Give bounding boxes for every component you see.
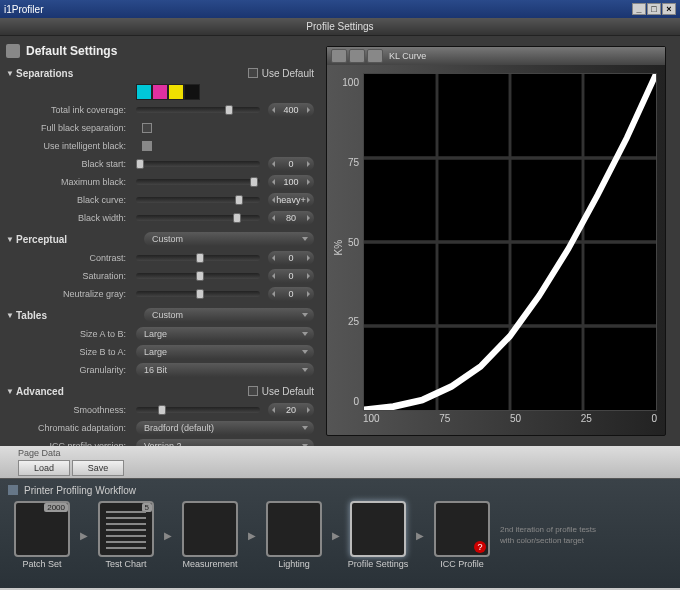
maximum-black-slider[interactable] — [136, 179, 260, 185]
settings-panel: Default Settings ▼ Separations Use Defau… — [0, 36, 320, 446]
workflow-step-lighting[interactable]: Lighting — [260, 501, 328, 569]
x-tick: 50 — [510, 413, 521, 427]
black-start-value[interactable]: 0 — [268, 157, 314, 171]
neutralize-gray-slider[interactable] — [136, 291, 260, 297]
section-separations: ▼ Separations Use Default Total ink cove… — [6, 64, 314, 226]
contrast-slider[interactable] — [136, 255, 260, 261]
chart-mode-1-icon[interactable] — [331, 49, 347, 63]
icc-profile-version-dropdown[interactable]: Version 2 — [136, 439, 314, 447]
section-perceptual: ▼ Perceptual Custom Contrast:0 Saturatio… — [6, 230, 314, 302]
magenta-swatch — [152, 84, 168, 100]
app-title: i1Profiler — [4, 4, 43, 15]
panel-header: Profile Settings — [0, 18, 680, 36]
arrow-right-icon: ▶ — [164, 530, 172, 541]
section-advanced: ▼ Advanced Use Default Smoothness:20 Chr… — [6, 382, 314, 446]
workflow-title: Printer Profiling Workflow — [24, 485, 136, 496]
window-buttons: _ □ × — [632, 3, 676, 15]
chart-tab-label: KL Curve — [389, 51, 426, 61]
workflow-annotation: 2nd iteration of profile tests with colo… — [500, 524, 610, 546]
granularity-dropdown[interactable]: 16 Bit — [136, 363, 314, 377]
x-tick: 75 — [439, 413, 450, 427]
use-default-separations-checkbox[interactable] — [248, 68, 258, 78]
settings-icon — [6, 44, 20, 58]
saturation-value[interactable]: 0 — [268, 269, 314, 283]
page-title: Default Settings — [26, 44, 117, 58]
workflow-step-icc-profile[interactable]: ICC Profile — [428, 501, 496, 569]
maximize-button[interactable]: □ — [647, 3, 661, 15]
y-tick: 100 — [342, 77, 359, 88]
minimize-button[interactable]: _ — [632, 3, 646, 15]
y-tick: 25 — [348, 316, 359, 327]
saturation-slider[interactable] — [136, 273, 260, 279]
y-axis-label: K% — [333, 240, 344, 256]
smoothness-value[interactable]: 20 — [268, 403, 314, 417]
arrow-right-icon: ▶ — [80, 530, 88, 541]
black-width-value[interactable]: 80 — [268, 211, 314, 225]
contrast-value[interactable]: 0 — [268, 251, 314, 265]
total-ink-coverage-slider[interactable] — [136, 107, 260, 113]
y-tick: 0 — [353, 396, 359, 407]
y-tick: 75 — [348, 157, 359, 168]
arrow-right-icon: ▶ — [416, 530, 424, 541]
section-tables: ▼ Tables Custom Size A to B:Large Size B… — [6, 306, 314, 378]
chart-mode-3-icon[interactable] — [367, 49, 383, 63]
y-axis: 100 75 50 25 0 K% — [335, 73, 363, 427]
smoothness-slider[interactable] — [136, 407, 260, 413]
section-header-perceptual[interactable]: ▼ Perceptual Custom — [6, 230, 314, 248]
cyan-swatch — [136, 84, 152, 100]
chevron-down-icon: ▼ — [6, 387, 16, 396]
workflow-step-profile-settings[interactable]: Profile Settings — [344, 501, 412, 569]
load-button[interactable]: Load — [18, 460, 70, 476]
maximum-black-value[interactable]: 100 — [268, 175, 314, 189]
yellow-swatch — [168, 84, 184, 100]
size-b-to-a-dropdown[interactable]: Large — [136, 345, 314, 359]
use-default-advanced-checkbox[interactable] — [248, 386, 258, 396]
workflow-step-measurement[interactable]: Measurement — [176, 501, 244, 569]
use-intelligent-black-checkbox[interactable] — [142, 141, 152, 151]
section-header-separations[interactable]: ▼ Separations Use Default — [6, 64, 314, 82]
workflow-panel: Printer Profiling Workflow 2000Patch Set… — [0, 478, 680, 588]
size-a-to-b-dropdown[interactable]: Large — [136, 327, 314, 341]
chevron-down-icon: ▼ — [6, 69, 16, 78]
y-tick: 50 — [348, 237, 359, 248]
close-button[interactable]: × — [662, 3, 676, 15]
full-black-separation-checkbox[interactable] — [142, 123, 152, 133]
workflow-step-test-chart[interactable]: 5Test Chart — [92, 501, 160, 569]
neutralize-gray-value[interactable]: 0 — [268, 287, 314, 301]
black-start-slider[interactable] — [136, 161, 260, 167]
chart-tab-bar: KL Curve — [327, 47, 665, 65]
total-ink-coverage-value[interactable]: 400 — [268, 103, 314, 117]
save-button[interactable]: Save — [72, 460, 124, 476]
x-tick: 25 — [581, 413, 592, 427]
chart-panel: KL Curve 100 75 50 25 0 K% — [320, 36, 680, 446]
black-width-slider[interactable] — [136, 215, 260, 221]
black-swatch — [184, 84, 200, 100]
black-curve-value[interactable]: heavy+ — [268, 193, 314, 207]
section-header-tables[interactable]: ▼ Tables Custom — [6, 306, 314, 324]
workflow-step-patch-set[interactable]: 2000Patch Set — [8, 501, 76, 569]
plot-area — [363, 73, 657, 411]
ink-swatches — [136, 84, 200, 100]
black-curve-slider[interactable] — [136, 197, 260, 203]
x-tick: 0 — [651, 413, 657, 427]
tables-preset-dropdown[interactable]: Custom — [144, 308, 314, 322]
title-bar: i1Profiler _ □ × — [0, 0, 680, 18]
x-tick: 100 — [363, 413, 380, 427]
section-header-advanced[interactable]: ▼ Advanced Use Default — [6, 382, 314, 400]
printer-icon — [8, 485, 18, 495]
perceptual-preset-dropdown[interactable]: Custom — [144, 232, 314, 246]
chevron-down-icon: ▼ — [6, 235, 16, 244]
chart-mode-2-icon[interactable] — [349, 49, 365, 63]
chromatic-adaptation-dropdown[interactable]: Bradford (default) — [136, 421, 314, 435]
arrow-right-icon: ▶ — [332, 530, 340, 541]
page-data-bar: Page Data Load Save — [0, 446, 680, 478]
arrow-right-icon: ▶ — [248, 530, 256, 541]
page-data-label: Page Data — [18, 448, 662, 458]
chevron-down-icon: ▼ — [6, 311, 16, 320]
x-axis: 100 75 50 25 0 — [363, 411, 657, 427]
